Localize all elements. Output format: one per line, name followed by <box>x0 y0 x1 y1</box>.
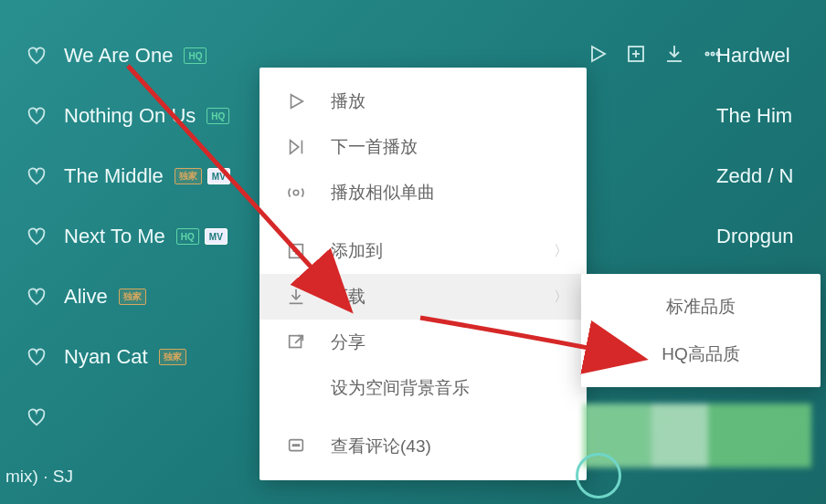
decorative-blur <box>583 404 811 467</box>
song-title: We Are One <box>64 44 173 68</box>
menu-add-to[interactable]: 添加到 〉 <box>259 228 587 274</box>
download-quality-submenu: 标准品质 HQ高品质 <box>581 274 821 387</box>
song-title: Nothing On Us <box>64 104 196 128</box>
heart-icon[interactable] <box>26 105 48 127</box>
play-next-icon <box>285 136 307 158</box>
mv-badge: MV <box>207 168 230 184</box>
share-icon <box>285 331 307 353</box>
menu-label: 分享 <box>331 331 365 354</box>
svg-point-7 <box>293 190 299 195</box>
download-icon <box>285 286 307 308</box>
heart-icon[interactable] <box>26 286 48 308</box>
menu-share[interactable]: 分享 <box>259 320 587 365</box>
hq-badge: HQ <box>184 47 206 64</box>
heart-icon[interactable] <box>26 45 48 67</box>
menu-label: 下一首播放 <box>331 135 418 159</box>
svg-point-3 <box>705 52 708 55</box>
menu-play-next[interactable]: 下一首播放 <box>259 124 587 170</box>
comment-icon <box>285 436 307 457</box>
menu-download[interactable]: 下载 〉 <box>259 274 587 320</box>
radio-icon <box>285 182 307 204</box>
menu-label: 播放相似单曲 <box>331 181 435 205</box>
song-artist[interactable]: Hardwel <box>716 26 826 86</box>
menu-label: 查看评论(43) <box>331 435 431 458</box>
heart-icon[interactable] <box>26 165 48 187</box>
menu-comments[interactable]: 查看评论(43) <box>259 424 587 469</box>
vip-badge: 独家 <box>159 349 186 365</box>
svg-point-14 <box>295 445 297 446</box>
submenu-label: 标准品质 <box>666 295 736 319</box>
blank-icon <box>285 377 307 399</box>
svg-point-15 <box>298 445 300 446</box>
chevron-right-icon: 〉 <box>554 288 568 307</box>
now-playing-bar: mix) · SJ <box>0 449 73 504</box>
song-title: Next To Me <box>64 225 165 248</box>
quality-hq[interactable]: HQ高品质 <box>581 331 821 378</box>
heart-icon[interactable] <box>26 346 48 368</box>
menu-similar[interactable]: 播放相似单曲 <box>259 170 587 215</box>
vip-badge: 独家 <box>175 168 202 184</box>
vip-badge: 独家 <box>119 289 146 305</box>
song-artist[interactable]: Zedd / N <box>716 146 826 206</box>
menu-label: 添加到 <box>331 239 383 263</box>
svg-point-4 <box>711 52 714 55</box>
menu-label: 播放 <box>331 89 365 113</box>
dl-action-icon[interactable] <box>663 43 685 68</box>
song-title: The Middle <box>64 164 164 188</box>
song-artist[interactable]: Dropgun <box>716 206 826 267</box>
svg-point-13 <box>292 445 294 446</box>
add-action-icon[interactable] <box>625 43 647 68</box>
menu-label: 设为空间背景音乐 <box>331 376 470 400</box>
play-circle-ghost <box>576 453 621 499</box>
quality-standard[interactable]: 标准品质 <box>581 283 821 331</box>
mv-badge: MV <box>205 228 228 245</box>
play-icon <box>285 90 307 112</box>
play-action-icon[interactable] <box>587 43 609 68</box>
now-playing-text: mix) · SJ <box>5 467 73 487</box>
submenu-label: HQ高品质 <box>662 342 740 366</box>
menu-play[interactable]: 播放 <box>259 79 587 124</box>
menu-label: 下载 <box>331 285 365 309</box>
heart-icon[interactable] <box>26 406 48 428</box>
menu-set-bgm[interactable]: 设为空间背景音乐 <box>259 365 587 411</box>
add-icon <box>285 240 307 262</box>
svg-rect-11 <box>290 336 302 348</box>
context-menu: 播放 下一首播放 播放相似单曲 添加到 〉 下载 〉 分享 设为空间背景音乐 <box>259 68 587 480</box>
hq-badge: HQ <box>176 228 199 245</box>
song-artist[interactable]: The Him <box>716 86 826 146</box>
song-title: Alive <box>64 285 108 309</box>
heart-icon[interactable] <box>26 226 48 247</box>
song-title: Nyan Cat <box>64 345 148 369</box>
chevron-right-icon: 〉 <box>554 242 568 261</box>
hq-badge: HQ <box>206 108 229 124</box>
